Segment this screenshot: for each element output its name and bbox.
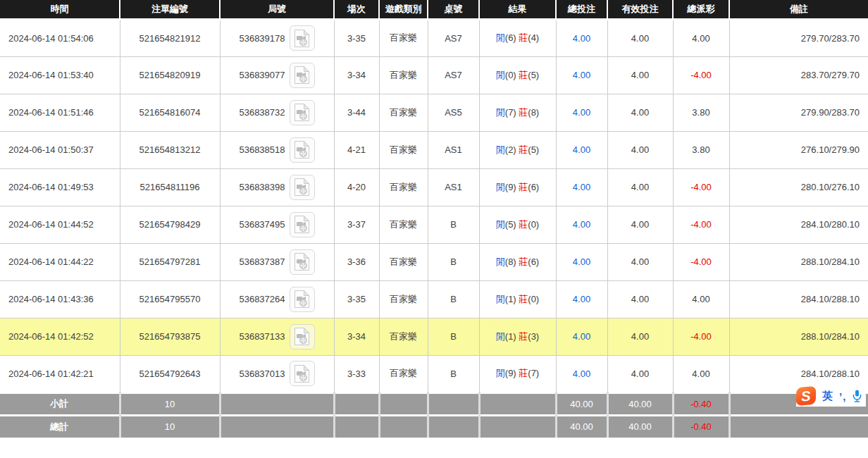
game-type-cell: 百家樂 bbox=[379, 280, 428, 318]
ime-language-toggle[interactable]: 英 bbox=[822, 390, 833, 403]
game-type-cell: 百家樂 bbox=[379, 19, 428, 56]
banker-result-score: (0) bbox=[528, 294, 539, 304]
total-payout-cell: -4.00 bbox=[673, 243, 729, 280]
game-type-cell: 百家樂 bbox=[379, 131, 428, 168]
valid-bet-cell: 4.00 bbox=[607, 94, 673, 131]
video-replay-button[interactable] bbox=[290, 100, 315, 125]
player-result-score: (1) bbox=[505, 294, 516, 304]
summary-row: 總計 10 40.00 40.00 -0.40 bbox=[0, 415, 868, 438]
session-cell: 3-33 bbox=[334, 355, 379, 392]
game-type-cell: 百家樂 bbox=[379, 168, 428, 206]
player-result-score: (6) bbox=[505, 32, 516, 43]
video-replay-button[interactable] bbox=[290, 249, 315, 275]
video-file-icon bbox=[294, 66, 310, 85]
summary-count-cell: 10 bbox=[120, 392, 220, 415]
round-cell: 536837387 bbox=[220, 243, 334, 280]
video-replay-button[interactable] bbox=[290, 25, 315, 51]
result-cell: 閒(5) 莊(0) bbox=[479, 206, 556, 243]
player-result-label: 閒 bbox=[496, 331, 505, 342]
table-row: 2024-06-14 01:54:06 521654821912 5368391… bbox=[0, 19, 868, 56]
player-result-label: 閒 bbox=[496, 182, 505, 192]
summary-empty-cell bbox=[334, 415, 379, 438]
video-file-icon bbox=[294, 103, 310, 122]
time-cell: 2024-06-14 01:51:46 bbox=[0, 94, 120, 131]
video-replay-button[interactable] bbox=[290, 63, 315, 88]
video-replay-button[interactable] bbox=[290, 287, 315, 312]
session-cell: 3-36 bbox=[334, 243, 379, 280]
table-footer: 小計 10 40.00 40.00 -0.40 總計 10 40.00 40.0… bbox=[0, 392, 868, 438]
player-result-label: 閒 bbox=[496, 368, 505, 378]
session-cell: 3-35 bbox=[334, 280, 379, 318]
column-header: 場次 bbox=[334, 0, 379, 19]
session-cell: 3-37 bbox=[334, 206, 379, 243]
video-file-icon bbox=[294, 215, 310, 234]
round-cell: 536837264 bbox=[220, 280, 334, 318]
result-cell: 閒(9) 莊(6) bbox=[479, 168, 556, 206]
banker-result-score: (0) bbox=[528, 219, 539, 230]
round-number: 536838398 bbox=[239, 182, 285, 192]
round-number: 536837133 bbox=[239, 331, 285, 342]
session-cell: 4-20 bbox=[334, 168, 379, 206]
remark-cell: 283.70/279.70 bbox=[729, 56, 868, 94]
player-result-score: (7) bbox=[505, 107, 516, 118]
column-header: 有效投注 bbox=[607, 0, 673, 19]
banker-result-label: 莊 bbox=[519, 331, 528, 342]
round-number: 536837013 bbox=[239, 369, 285, 379]
banker-result-score: (3) bbox=[528, 331, 539, 342]
remark-cell: 288.10/284.10 bbox=[729, 318, 868, 355]
bet-number-cell: 521654820919 bbox=[120, 56, 220, 94]
table-row: 2024-06-14 01:44:22 521654797281 5368373… bbox=[0, 243, 868, 280]
video-file-icon bbox=[294, 178, 310, 197]
time-cell: 2024-06-14 01:42:21 bbox=[0, 355, 120, 392]
summary-total-bet-cell: 40.00 bbox=[556, 415, 607, 438]
table-number-cell: B bbox=[428, 206, 479, 243]
player-result-label: 閒 bbox=[496, 70, 505, 80]
total-bet-cell: 4.00 bbox=[556, 131, 607, 168]
table-row: 2024-06-14 01:50:37 521654813212 5368385… bbox=[0, 131, 868, 168]
summary-label-cell: 總計 bbox=[0, 415, 120, 438]
total-payout-cell: 3.80 bbox=[673, 131, 729, 168]
ime-punctuation-toggle[interactable]: ’, bbox=[839, 390, 846, 402]
player-result-label: 閒 bbox=[496, 219, 505, 230]
video-replay-button[interactable] bbox=[290, 175, 315, 200]
valid-bet-cell: 4.00 bbox=[607, 280, 673, 318]
round-number: 536837264 bbox=[239, 294, 285, 304]
player-result-score: (1) bbox=[505, 331, 516, 342]
column-header: 總投注 bbox=[556, 0, 607, 19]
player-result-score: (8) bbox=[505, 256, 516, 267]
sogou-logo-icon[interactable]: S bbox=[795, 386, 816, 406]
round-cell: 536837013 bbox=[220, 355, 334, 392]
bet-number-cell: 521654811196 bbox=[120, 168, 220, 206]
summary-valid-bet-cell: 40.00 bbox=[607, 415, 673, 438]
ime-microphone-icon[interactable] bbox=[852, 390, 862, 402]
time-cell: 2024-06-14 01:43:36 bbox=[0, 280, 120, 318]
valid-bet-cell: 4.00 bbox=[607, 243, 673, 280]
remark-cell: 284.10/280.10 bbox=[729, 206, 868, 243]
total-payout-cell: 4.00 bbox=[673, 280, 729, 318]
video-replay-button[interactable] bbox=[290, 212, 315, 237]
video-replay-button[interactable] bbox=[290, 361, 315, 386]
result-cell: 閒(9) 莊(7) bbox=[479, 355, 556, 392]
total-payout-cell: -4.00 bbox=[673, 206, 729, 243]
video-file-icon bbox=[294, 327, 310, 346]
table-number-cell: AS7 bbox=[428, 19, 479, 56]
column-header: 總派彩 bbox=[673, 0, 729, 19]
summary-empty-cell bbox=[479, 392, 556, 415]
table-body: 2024-06-14 01:54:06 521654821912 5368391… bbox=[0, 19, 868, 392]
result-cell: 閒(7) 莊(8) bbox=[479, 94, 556, 131]
table-number-cell: B bbox=[428, 280, 479, 318]
table-number-cell: B bbox=[428, 318, 479, 355]
game-type-cell: 百家樂 bbox=[379, 318, 428, 355]
summary-empty-cell bbox=[334, 392, 379, 415]
table-row: 2024-06-14 01:42:52 521654793875 5368371… bbox=[0, 318, 868, 355]
round-cell: 536838518 bbox=[220, 131, 334, 168]
banker-result-label: 莊 bbox=[519, 294, 528, 304]
result-cell: 閒(2) 莊(5) bbox=[479, 131, 556, 168]
video-replay-button[interactable] bbox=[290, 324, 315, 349]
result-cell: 閒(1) 莊(3) bbox=[479, 318, 556, 355]
video-replay-button[interactable] bbox=[290, 137, 315, 163]
sogou-ime-toolbar[interactable]: S 英 ’, bbox=[796, 385, 866, 407]
session-cell: 4-21 bbox=[334, 131, 379, 168]
table-row: 2024-06-14 01:53:40 521654820919 5368390… bbox=[0, 56, 868, 94]
banker-result-score: (4) bbox=[528, 32, 539, 43]
